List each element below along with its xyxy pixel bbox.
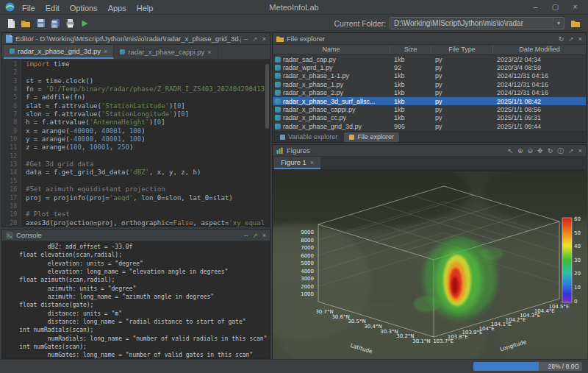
code-line[interactable]: #Get 3d grid data (26, 160, 270, 168)
console-line: azimuth: long_name = "azimuth angle in d… (5, 293, 270, 301)
svg-text:10: 10 (574, 285, 581, 291)
console-output[interactable]: dBZ: add_offset = -33.0f float elevation… (2, 241, 270, 358)
tab-close-icon[interactable]: × (104, 48, 107, 55)
file-row[interactable]: radar_x_phase_grid_3d.py995py2025/1/1 09… (273, 122, 586, 130)
current-folder-combobox[interactable]: D:\Working\MIScript\Jython\mis\io\radar … (390, 17, 564, 29)
float-panel-icon[interactable]: ↗ (252, 230, 258, 241)
figure-canvas[interactable]: 900080007000600050004000300020001000 30.… (273, 171, 586, 358)
column-header-file-type[interactable]: File Type (431, 45, 493, 54)
minimize-panel-icon[interactable]: – (244, 34, 248, 44)
tab-radar-x-phase-grid-3d[interactable]: radar_x_phase_grid_3d.py × (4, 45, 114, 59)
identify-icon[interactable]: ⓘ (557, 146, 564, 156)
code-line[interactable]: z = arange(100, 10001, 250) (26, 143, 270, 152)
close-panel-icon[interactable]: × (578, 146, 582, 156)
file-row[interactable]: radar_x_phase_cappi.py1kbpy2025/1/1 08:5… (273, 105, 586, 113)
code-line[interactable]: data = f.get_grid_3d_data('dBZ', x, y, z… (26, 168, 270, 177)
file-row[interactable]: radar_x_phase_cc.py1kbpy2025/1/1 09:31 (273, 114, 586, 122)
code-line[interactable]: import time (26, 60, 270, 68)
code-line[interactable]: slon = f.attrvalue('StationLongitude')[0… (26, 110, 270, 118)
open-folder-icon[interactable] (19, 17, 32, 30)
code-editor[interactable]: 1234567891011121314151617181920 import t… (2, 60, 270, 227)
minimize-panel-icon[interactable]: – (244, 230, 248, 241)
svg-text:5000: 5000 (301, 260, 314, 266)
editor-scrollbar[interactable] (265, 60, 270, 227)
select-tool-icon[interactable]: ↖ (507, 146, 513, 156)
code-line[interactable] (26, 202, 270, 210)
current-folder-label: Current Folder: (334, 19, 386, 28)
console-header: Console – ↗ × (2, 230, 270, 241)
code-line[interactable]: # Plot test (26, 210, 270, 219)
close-panel-icon[interactable]: × (262, 230, 266, 241)
save-all-icon[interactable] (49, 17, 62, 30)
new-file-icon[interactable] (4, 17, 18, 30)
code-line[interactable] (26, 177, 270, 185)
console-line: int numRadials(scan); (5, 326, 270, 334)
maximize-icon[interactable]: ▢ (545, 0, 565, 14)
file-row[interactable]: radar_x_phase_1-1.py1kbpy2024/12/31 04:1… (273, 72, 586, 80)
column-header-size[interactable]: Size (390, 45, 431, 54)
console-line: float azimuth(scan,radial); (5, 276, 270, 284)
tab-close-icon[interactable]: × (207, 49, 211, 56)
menu-items: FileEditOptionsAppsHelp (17, 1, 158, 14)
radar-3d-plot[interactable]: 900080007000600050004000300020001000 30.… (273, 171, 587, 360)
float-panel-icon[interactable]: ↗ (568, 34, 574, 44)
pan-icon[interactable]: ✥ (537, 146, 543, 156)
chart-icon (276, 147, 284, 154)
print-icon[interactable] (63, 17, 76, 30)
tab-figure-1[interactable]: Figure 1 × (274, 157, 320, 169)
svg-text:30.1°N: 30.1°N (412, 338, 430, 344)
code-line[interactable] (26, 152, 270, 160)
close-panel-icon[interactable]: × (262, 34, 266, 44)
menu-item-file[interactable]: File (17, 4, 40, 13)
console-title: Console (16, 231, 42, 239)
view-tab-file-explorer[interactable]: File explorer (344, 132, 399, 142)
chevron-down-icon[interactable]: ▾ (553, 18, 564, 29)
code-line[interactable]: slat = f.attrvalue('StationLatitude')[0] (26, 102, 270, 110)
code-line[interactable]: x = arange(-40000, 40001, 100) (26, 127, 270, 135)
file-row[interactable]: radar_x_phase_3d_surf_allsc...1kbpy2025/… (273, 97, 586, 105)
code-line[interactable]: #Set azimuth equidistant projection (26, 185, 270, 193)
menu-item-options[interactable]: Options (65, 4, 103, 13)
file-row[interactable]: radar_x_phase_2.py1kbpy2024/12/31 04:16 (273, 89, 586, 97)
code-line[interactable]: st = time.clock() (26, 77, 270, 85)
code-line[interactable] (26, 68, 270, 77)
svg-text:7000: 7000 (301, 245, 314, 251)
svg-text:30.7°N: 30.7°N (315, 309, 333, 315)
column-header-name[interactable]: Name (273, 45, 390, 54)
code-line[interactable]: f = addfile(fn) (26, 93, 270, 102)
run-script-icon[interactable] (78, 17, 91, 30)
view-tab-variable-explorer[interactable]: Variable explorer (275, 132, 343, 142)
svg-text:30.3°N: 30.3°N (380, 329, 398, 335)
column-header-date-modified[interactable]: Date Modified (493, 45, 586, 54)
file-row[interactable]: radar_wprd_1.py92py2020/3/4 08:59 (273, 63, 586, 71)
editor-code[interactable]: import time st = time.clock()fn = 'D:/Te… (21, 60, 270, 227)
code-line[interactable]: h = f.attrvalue('AntennaHeight')[0] (26, 118, 270, 127)
menu-item-help[interactable]: Help (132, 4, 159, 13)
console-panel: Console – ↗ × dBZ: add_offset = -33.0f f… (1, 229, 270, 359)
memory-usage-bar[interactable]: 28% / 8.0G (473, 362, 582, 371)
minimize-icon[interactable]: – (526, 0, 545, 14)
save-icon[interactable] (34, 17, 47, 30)
close-panel-icon[interactable]: × (578, 34, 582, 44)
rotate-icon[interactable]: ↻ (548, 146, 553, 156)
tab-close-icon[interactable]: × (310, 159, 314, 166)
menu-item-edit[interactable]: Edit (40, 4, 65, 13)
browse-folder-icon[interactable] (569, 17, 582, 30)
code-line[interactable]: y = arange(-40000, 40001, 100) (26, 135, 270, 143)
file-row[interactable]: radar_x_phase_1.py1kbpy2024/12/31 04:16 (273, 80, 586, 88)
zoom-out-icon[interactable]: ⊖ (528, 146, 534, 156)
console-line: numGates: long_name = "number of valid g… (5, 351, 270, 358)
code-line[interactable]: proj = projinfo(proj='aeqd', lon_0=slon,… (26, 194, 270, 202)
file-row[interactable]: radar_sad_cap.py1kbpy2023/2/2 04:34 (273, 55, 586, 63)
menu-item-apps[interactable]: Apps (103, 4, 132, 13)
tab-radar-x-phase-cappi[interactable]: radar_x_phase_cappi.py × (114, 45, 218, 59)
float-panel-icon[interactable]: ↗ (252, 34, 258, 44)
python-file-icon (275, 82, 281, 88)
z-ticks: 900080007000600050004000300020001000 (301, 230, 314, 297)
close-icon[interactable]: × (565, 0, 585, 14)
zoom-in-icon[interactable]: ⊕ (517, 146, 523, 156)
float-panel-icon[interactable]: ↗ (568, 146, 574, 156)
refresh-icon[interactable]: ↻ (559, 34, 564, 44)
code-line[interactable]: axes3d(projection=proj, orthographic=Fal… (26, 219, 270, 227)
code-line[interactable]: fn = 'D:/Temp/binary/radar/phase/Z_RADR_… (26, 85, 270, 93)
